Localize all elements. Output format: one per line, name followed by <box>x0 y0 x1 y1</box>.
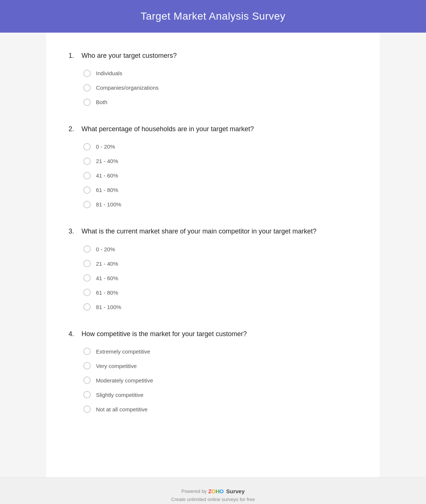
question-4-text: How competitive is the market for your t… <box>81 329 247 339</box>
question-3: 3. What is the current market share of y… <box>69 227 357 311</box>
option-label: 61 - 80% <box>96 186 118 194</box>
question-3-options: 0 - 20% 21 - 40% 41 - 60% 61 - 80% 81 - … <box>69 245 357 311</box>
zoho-logo: ZOHO <box>208 488 223 494</box>
list-item[interactable]: 61 - 80% <box>83 186 357 194</box>
radio-icon[interactable] <box>83 143 91 150</box>
question-1-options: Individuals Companies/organizations Both <box>69 69 357 106</box>
option-label: 61 - 80% <box>96 289 118 296</box>
question-2-options: 0 - 20% 21 - 40% 41 - 60% 61 - 80% 81 - … <box>69 143 357 208</box>
radio-icon[interactable] <box>83 274 91 282</box>
question-1-number: 1. <box>69 51 81 60</box>
zoho-o2: O <box>219 488 223 494</box>
question-2-title: 2. What percentage of households are in … <box>69 125 357 134</box>
radio-icon[interactable] <box>83 158 91 165</box>
option-label: 81 - 100% <box>96 200 121 208</box>
survey-title: Target Market Analysis Survey <box>7 10 419 22</box>
question-4: 4. How competitive is the market for you… <box>69 329 357 413</box>
radio-icon[interactable] <box>83 245 91 253</box>
radio-icon[interactable] <box>83 289 91 296</box>
option-label: 81 - 100% <box>96 303 121 311</box>
list-item[interactable]: Companies/organizations <box>83 84 357 92</box>
question-1-text: Who are your target customers? <box>81 51 177 60</box>
radio-icon[interactable] <box>83 70 91 77</box>
radio-icon[interactable] <box>83 186 91 194</box>
question-3-number: 3. <box>69 227 81 236</box>
option-label: 21 - 40% <box>96 260 118 268</box>
list-item[interactable]: 21 - 40% <box>83 260 357 268</box>
list-item[interactable]: 61 - 80% <box>83 289 357 296</box>
list-item[interactable]: Extremely competitive <box>83 348 357 355</box>
option-label: 41 - 60% <box>96 172 118 179</box>
radio-icon[interactable] <box>83 201 91 208</box>
footer-powered-by: Powered by ZOHO Survey <box>7 488 419 494</box>
question-2-text: What percentage of households are in you… <box>81 125 254 134</box>
list-item[interactable]: 41 - 60% <box>83 172 357 179</box>
question-3-text: What is the current market share of your… <box>81 227 316 236</box>
question-1: 1. Who are your target customers? Indivi… <box>69 51 357 106</box>
survey-body: 1. Who are your target customers? Indivi… <box>46 33 380 477</box>
question-2-number: 2. <box>69 125 81 134</box>
radio-icon[interactable] <box>83 377 91 384</box>
list-item[interactable]: 41 - 60% <box>83 274 357 282</box>
list-item[interactable]: 21 - 40% <box>83 157 357 165</box>
list-item[interactable]: 81 - 100% <box>83 200 357 208</box>
list-item[interactable]: 0 - 20% <box>83 245 357 253</box>
radio-icon[interactable] <box>83 172 91 179</box>
zoho-z: Z <box>208 488 212 494</box>
radio-icon[interactable] <box>83 99 91 106</box>
option-label: Extremely competitive <box>96 348 150 355</box>
option-label: Slightly competitive <box>96 391 143 399</box>
survey-footer: Powered by ZOHO Survey Create unlimited … <box>0 477 426 504</box>
question-4-number: 4. <box>69 329 81 339</box>
list-item[interactable]: Moderately competitive <box>83 377 357 384</box>
option-label: Very competitive <box>96 362 137 370</box>
powered-by-text: Powered by <box>181 488 207 494</box>
radio-icon[interactable] <box>83 362 91 369</box>
option-label: Moderately competitive <box>96 377 153 384</box>
option-label: Companies/organizations <box>96 84 159 92</box>
question-4-options: Extremely competitive Very competitive M… <box>69 348 357 413</box>
option-label: Both <box>96 98 107 106</box>
radio-icon[interactable] <box>83 391 91 398</box>
option-label: Individuals <box>96 69 122 77</box>
footer-tagline: Create unlimited online surveys for free <box>7 497 419 502</box>
list-item[interactable]: 81 - 100% <box>83 303 357 311</box>
list-item[interactable]: 0 - 20% <box>83 143 357 150</box>
question-4-title: 4. How competitive is the market for you… <box>69 329 357 339</box>
survey-header: Target Market Analysis Survey <box>0 0 426 33</box>
question-2: 2. What percentage of households are in … <box>69 125 357 208</box>
radio-icon[interactable] <box>83 303 91 311</box>
zoho-h: H <box>216 488 219 494</box>
list-item[interactable]: Slightly competitive <box>83 391 357 399</box>
option-label: 0 - 20% <box>96 245 115 253</box>
radio-icon[interactable] <box>83 260 91 267</box>
option-label: 41 - 60% <box>96 274 118 282</box>
list-item[interactable]: Individuals <box>83 69 357 77</box>
radio-icon[interactable] <box>83 84 91 92</box>
question-1-title: 1. Who are your target customers? <box>69 51 357 60</box>
list-item[interactable]: Not at all competitive <box>83 405 357 413</box>
list-item[interactable]: Both <box>83 98 357 106</box>
zoho-o1: O <box>212 488 216 494</box>
list-item[interactable]: Very competitive <box>83 362 357 370</box>
option-label: 21 - 40% <box>96 157 118 165</box>
question-3-title: 3. What is the current market share of y… <box>69 227 357 236</box>
radio-icon[interactable] <box>83 348 91 355</box>
option-label: Not at all competitive <box>96 405 147 413</box>
survey-word: Survey <box>226 488 244 494</box>
option-label: 0 - 20% <box>96 143 115 150</box>
radio-icon[interactable] <box>83 405 91 413</box>
